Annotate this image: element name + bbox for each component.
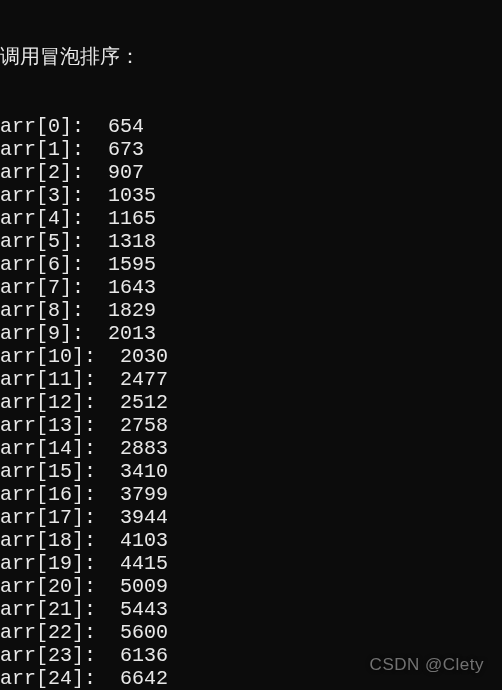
array-row: arr[21]: 5443 — [0, 598, 502, 621]
array-row: arr[12]: 2512 — [0, 391, 502, 414]
array-row: arr[9]: 2013 — [0, 322, 502, 345]
array-row: arr[2]: 907 — [0, 161, 502, 184]
array-row: arr[7]: 1643 — [0, 276, 502, 299]
array-row: arr[6]: 1595 — [0, 253, 502, 276]
array-row: arr[16]: 3799 — [0, 483, 502, 506]
array-row: arr[13]: 2758 — [0, 414, 502, 437]
array-row: arr[19]: 4415 — [0, 552, 502, 575]
array-row: arr[3]: 1035 — [0, 184, 502, 207]
array-rows: arr[0]: 654arr[1]: 673arr[2]: 907arr[3]:… — [0, 115, 502, 690]
array-row: arr[5]: 1318 — [0, 230, 502, 253]
array-row: arr[1]: 673 — [0, 138, 502, 161]
array-row: arr[10]: 2030 — [0, 345, 502, 368]
header-line: 调用冒泡排序： — [0, 46, 502, 69]
array-row: arr[11]: 2477 — [0, 368, 502, 391]
array-row: arr[18]: 4103 — [0, 529, 502, 552]
array-row: arr[14]: 2883 — [0, 437, 502, 460]
array-row: arr[0]: 654 — [0, 115, 502, 138]
watermark: CSDN @Clety — [370, 653, 484, 676]
array-row: arr[8]: 1829 — [0, 299, 502, 322]
array-row: arr[17]: 3944 — [0, 506, 502, 529]
array-row: arr[20]: 5009 — [0, 575, 502, 598]
array-row: arr[4]: 1165 — [0, 207, 502, 230]
array-row: arr[15]: 3410 — [0, 460, 502, 483]
array-row: arr[22]: 5600 — [0, 621, 502, 644]
terminal-output: 调用冒泡排序： arr[0]: 654arr[1]: 673arr[2]: 90… — [0, 0, 502, 690]
